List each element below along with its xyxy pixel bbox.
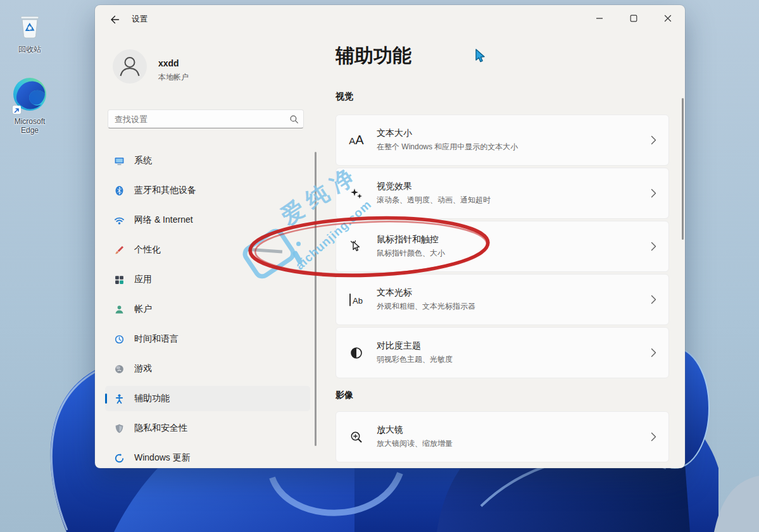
svg-text:Ab: Ab — [353, 295, 363, 305]
recycle-bin-icon — [15, 10, 44, 43]
account-type: 本地帐户 — [158, 72, 189, 83]
sidebar-item-apps[interactable]: 应用 — [105, 267, 310, 292]
card-subtitle: 滚动条、透明度、动画、通知超时 — [377, 195, 638, 206]
sidebar-item-system[interactable]: 系统 — [105, 148, 310, 173]
sidebar-item-accessibility[interactable]: 辅助功能 — [105, 386, 310, 411]
sidebar-item-bluetooth-devices[interactable]: 蓝牙和其他设备 — [105, 178, 310, 203]
chevron-right-icon — [638, 295, 668, 304]
system-icon — [114, 156, 125, 166]
back-button[interactable] — [105, 13, 124, 27]
sidebar-item-label: 应用 — [134, 274, 152, 285]
sidebar-item-label: 个性化 — [134, 244, 161, 256]
time-language-icon — [114, 334, 125, 345]
card-text-size[interactable]: AA 文本大小 在整个 Windows 和应用中显示的文本大小 — [336, 114, 669, 166]
sidebar-item-label: 帐户 — [134, 304, 152, 315]
sidebar-item-label: Windows 更新 — [134, 452, 191, 464]
card-title: 鼠标指针和触控 — [377, 234, 638, 245]
search-box[interactable] — [108, 109, 304, 128]
bluetooth-icon — [114, 185, 125, 196]
chevron-right-icon — [638, 242, 668, 251]
personalization-icon — [114, 245, 125, 256]
chevron-right-icon — [638, 189, 668, 198]
card-title: 对比度主题 — [377, 340, 638, 352]
chevron-right-icon — [638, 432, 668, 442]
sidebar-item-accounts[interactable]: 帐户 — [105, 297, 310, 322]
page-title: 辅助功能 — [336, 43, 411, 69]
sidebar-item-label: 系统 — [134, 155, 152, 166]
windows-update-icon — [114, 453, 125, 464]
section-header-video: 影像 — [336, 390, 669, 401]
desktop-icon-microsoft-edge[interactable]: Microsoft Edge — [5, 76, 54, 135]
settings-content: 辅助功能 视觉 AA 文本大小 在整个 Windows 和应用中显示的文本大小 — [336, 5, 669, 468]
selected-indicator — [105, 393, 107, 404]
sidebar-item-privacy-security[interactable]: 隐私和安全性 — [105, 416, 310, 441]
card-subtitle: 外观和粗细、文本光标指示器 — [377, 301, 638, 312]
search-icon[interactable] — [284, 114, 303, 124]
desktop: 回收站 Microsoft Edge — [0, 0, 759, 532]
account-name: xxdd — [158, 58, 179, 68]
sidebar-scrollbar[interactable] — [315, 152, 317, 446]
sidebar-item-network-internet[interactable]: 网络 & Internet — [105, 207, 310, 233]
card-title: 放大镜 — [377, 424, 638, 436]
sidebar-item-label: 隐私和安全性 — [134, 423, 187, 434]
sidebar-item-label: 时间和语言 — [134, 333, 179, 345]
text-cursor-icon: Ab — [336, 293, 377, 307]
sidebar-item-label: 蓝牙和其他设备 — [134, 185, 196, 196]
sidebar-item-gaming[interactable]: 游戏 — [105, 356, 310, 381]
network-icon — [114, 215, 125, 226]
card-visual-effects[interactable]: 视觉效果 滚动条、透明度、动画、通知超时 — [336, 168, 669, 219]
sidebar-item-label: 游戏 — [134, 363, 152, 374]
avatar[interactable] — [113, 49, 147, 84]
sidebar-item-label: 辅助功能 — [134, 393, 170, 404]
desktop-icon-label: Microsoft Edge — [5, 117, 54, 135]
sidebar-item-label: 网络 & Internet — [134, 214, 193, 226]
accounts-icon — [114, 304, 125, 315]
section-header-vision: 视觉 — [336, 91, 353, 102]
text-size-icon: AA — [336, 133, 377, 147]
accessibility-icon — [114, 393, 125, 404]
card-contrast-themes[interactable]: 对比度主题 弱视彩色主题、光敏度 — [336, 327, 669, 378]
card-subtitle: 放大镜阅读、缩放增量 — [377, 438, 638, 449]
card-title: 文本光标 — [377, 287, 638, 299]
magnifier-icon — [336, 430, 377, 444]
contrast-icon — [336, 346, 377, 360]
settings-window: 设置 xxdd 本地帐户 — [95, 5, 685, 468]
card-subtitle: 在整个 Windows 和应用中显示的文本大小 — [377, 142, 638, 152]
desktop-icon-label: 回收站 — [18, 45, 41, 54]
apps-icon — [114, 275, 125, 285]
sidebar-nav: 系统 蓝牙和其他设备 网络 & Internet 个性化 — [105, 148, 310, 468]
search-input[interactable] — [108, 114, 284, 124]
card-title: 文本大小 — [377, 128, 638, 139]
visual-effects-icon — [336, 187, 377, 201]
gaming-icon — [114, 364, 125, 374]
desktop-icon-recycle-bin[interactable]: 回收站 — [5, 10, 54, 54]
privacy-icon — [114, 423, 125, 434]
sidebar-item-personalization[interactable]: 个性化 — [105, 237, 310, 263]
card-subtitle: 鼠标指针颜色、大小 — [377, 248, 638, 259]
chevron-right-icon — [638, 348, 668, 357]
edge-icon — [11, 76, 48, 115]
card-subtitle: 弱视彩色主题、光敏度 — [377, 354, 638, 365]
content-scrollbar[interactable] — [682, 98, 684, 240]
mouse-pointer-icon — [336, 239, 377, 254]
card-title: 视觉效果 — [377, 181, 638, 192]
window-title: 设置 — [132, 14, 147, 25]
card-mouse-pointer-touch[interactable]: 鼠标指针和触控 鼠标指针颜色、大小 — [336, 221, 669, 272]
sidebar-item-windows-update[interactable]: Windows 更新 — [105, 445, 310, 468]
settings-cards: AA 文本大小 在整个 Windows 和应用中显示的文本大小 视觉效果 滚动条… — [336, 114, 669, 464]
shortcut-arrow-icon — [13, 106, 21, 114]
chevron-right-icon — [638, 135, 668, 145]
sidebar-item-time-language[interactable]: 时间和语言 — [105, 326, 310, 352]
card-magnifier[interactable]: 放大镜 放大镜阅读、缩放增量 — [336, 411, 669, 462]
card-text-cursor[interactable]: Ab 文本光标 外观和粗细、文本光标指示器 — [336, 274, 669, 325]
